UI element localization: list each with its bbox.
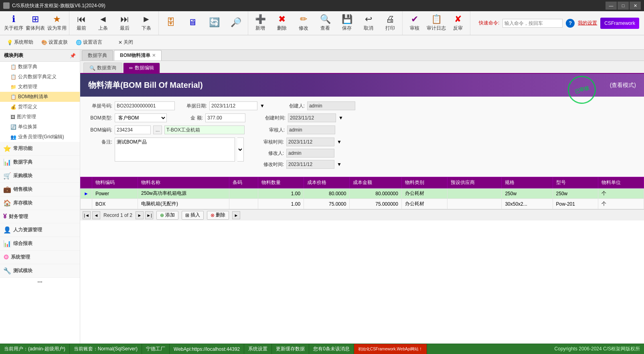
view-button[interactable]: 🔍 查看 xyxy=(315,13,336,34)
help-button[interactable]: ? xyxy=(566,19,575,28)
col-spec[interactable]: 规格 xyxy=(502,177,553,188)
window-mode-button[interactable]: ⊞ 窗体列表 xyxy=(25,13,46,34)
print-button[interactable]: 🖨 打印 xyxy=(380,13,401,34)
close-window-button[interactable]: ✕ 关闭 xyxy=(115,37,137,48)
col-model[interactable]: 型号 xyxy=(553,177,598,188)
close-button[interactable]: ✕ xyxy=(630,2,641,10)
bom-type-select[interactable]: 客户BOM xyxy=(115,113,167,122)
grid-prev-button[interactable]: ◄ xyxy=(92,211,100,219)
inner-tab-query[interactable]: 🔍 数据查询 xyxy=(83,63,122,73)
order-date-input[interactable] xyxy=(209,101,257,110)
bom-code-input[interactable] xyxy=(115,125,151,134)
server-icon-btn[interactable]: 🖥 xyxy=(182,13,203,34)
sidebar-item-public-dict[interactable]: 📋 公共数据字典定义 xyxy=(0,72,80,82)
grid-insert-button[interactable]: ⊞ 插入 xyxy=(182,211,204,220)
language-button[interactable]: 🌐 设置语言 xyxy=(72,37,106,48)
cell-material-code: BOX xyxy=(92,199,138,209)
sidebar-section-hr[interactable]: 👤 人力资源管理 xyxy=(0,223,80,237)
tab-data-dict[interactable]: 数据字典 xyxy=(82,50,113,61)
sidebar-section-reports[interactable]: 📊 综合报表 xyxy=(0,237,80,251)
grid-scroll-right-button[interactable]: ► xyxy=(232,211,240,219)
insert-icon: ⊞ xyxy=(185,212,189,218)
audit-button[interactable]: ✔ 审核 xyxy=(404,13,425,34)
col-material-code[interactable]: 物料编码 xyxy=(92,177,138,188)
data-sync-btn[interactable]: 🔄 xyxy=(204,13,225,34)
system-help-button[interactable]: 💡 系统帮助 xyxy=(3,37,37,48)
info-icon: ℹ xyxy=(12,15,15,24)
grid-next-button[interactable]: ► xyxy=(136,211,144,219)
first-record-button[interactable]: ⏮ 最前 xyxy=(71,13,92,34)
order-no-input[interactable] xyxy=(115,101,175,110)
status-schema: 当前账套：Normal(SqlServer) xyxy=(70,344,142,354)
sidebar-item-bom[interactable]: 📋 BOM物料清单 xyxy=(0,92,80,102)
grid-add-button[interactable]: ⊕ 添加 xyxy=(156,211,178,220)
sidebar-section-sales[interactable]: 💼 销售模块 xyxy=(0,183,80,196)
database-icon: 🗄 xyxy=(166,18,175,27)
sidebar-item-data-dict[interactable]: 📋 数据字典 xyxy=(0,62,80,72)
sidebar-section-dict[interactable]: 📊 数据字典 xyxy=(0,156,80,169)
next-record-button[interactable]: ► 下条 xyxy=(136,13,157,34)
inner-tab-edit[interactable]: ✏ 数据编辑 xyxy=(123,63,160,73)
cell-supplier xyxy=(448,199,502,209)
sidebar-item-employee[interactable]: 👥 业务员管理(Grid编辑) xyxy=(0,132,80,142)
bom-code-dots-button[interactable]: … xyxy=(153,125,162,134)
col-material-name[interactable]: 物料名称 xyxy=(138,177,229,188)
status-update-cache[interactable]: 更新缓存数据 xyxy=(272,344,309,354)
sidebar-section-system[interactable]: ⚙ 系统管理 xyxy=(0,251,80,264)
prev-record-button[interactable]: ◄ 上条 xyxy=(93,13,113,34)
search-zoom-btn[interactable]: 🔎 xyxy=(225,13,246,34)
col-unit-price[interactable]: 成本价格 xyxy=(304,177,350,188)
col-unit[interactable]: 物料单位 xyxy=(598,177,644,188)
grid-last-button[interactable]: ►| xyxy=(145,211,153,219)
date-dropdown-icon[interactable]: ▼ xyxy=(260,103,265,109)
col-barcode[interactable]: 条码 xyxy=(229,177,258,188)
remark-scrollbar[interactable] xyxy=(237,138,244,162)
edit-button[interactable]: ✏ 修改 xyxy=(293,13,314,34)
col-supplier[interactable]: 预设供应商 xyxy=(448,177,502,188)
cancel-button[interactable]: ↩ 取消 xyxy=(358,13,379,34)
logo-button[interactable]: CSFramework xyxy=(600,18,639,29)
settings-link[interactable]: 我的设置 xyxy=(578,20,597,26)
tab-close-icon[interactable]: ✕ xyxy=(152,53,156,58)
remark-textarea[interactable]: 测试BOM产品 xyxy=(115,138,235,162)
table-row[interactable]: ► Power 250w高功率机箱电源 1.00 80.0000 80.0000… xyxy=(81,188,644,199)
about-button[interactable]: ℹ 关于程序 xyxy=(3,13,24,34)
sidebar-section-test[interactable]: 🔧 测试模块 xyxy=(0,264,80,278)
add-button[interactable]: ➕ 新增 xyxy=(250,13,271,34)
sidebar-item-unit-convert[interactable]: 🔄 单位换算 xyxy=(0,122,80,132)
set-default-button[interactable]: ★ 设为常用 xyxy=(47,13,67,34)
last-record-button[interactable]: ⏭ 最后 xyxy=(114,13,135,34)
maximize-button[interactable]: □ xyxy=(618,2,629,10)
creator-label: 创建人: xyxy=(281,103,305,109)
grid-delete-button[interactable]: ⊗ 删除 xyxy=(207,211,229,220)
sidebar-item-doc-mgmt[interactable]: 📁 文档管理 xyxy=(0,82,80,92)
un-audit-button[interactable]: ✘ 反审 xyxy=(448,13,468,34)
save-button[interactable]: 💾 保存 xyxy=(336,13,357,34)
database-icon-btn[interactable]: 🗄 xyxy=(160,13,181,34)
sidebar-item-image-mgmt[interactable]: 🖼 图片管理 xyxy=(0,112,80,122)
grid-first-button[interactable]: |◄ xyxy=(83,211,91,219)
col-amount[interactable]: 成本金额 xyxy=(350,177,402,188)
cell-model: Pow-201 xyxy=(553,199,598,209)
sidebar-section-common[interactable]: ⭐ 常用功能 xyxy=(0,142,80,156)
amount-input[interactable] xyxy=(205,113,245,122)
minimize-button[interactable]: — xyxy=(606,2,617,10)
table-row[interactable]: BOX 电脑机箱(无配件) 1.00 75.0000 75.000000 办公耗… xyxy=(81,199,644,209)
audit-log-button[interactable]: 📋 审计日志 xyxy=(426,13,447,34)
sidebar-more[interactable]: ••• xyxy=(0,278,80,287)
skin-button[interactable]: 🎨 设置皮肤 xyxy=(38,37,71,48)
quick-cmd-input[interactable] xyxy=(502,19,563,28)
col-material-type[interactable]: 物料类别 xyxy=(401,177,447,188)
col-qty[interactable]: 物料数量 xyxy=(258,177,304,188)
status-user: 当前用户：(admin-超级用户) xyxy=(0,344,70,354)
sidebar-item-currency[interactable]: 💰 货币定义 xyxy=(0,102,80,112)
bom-name-input[interactable] xyxy=(164,125,245,134)
amount-label: 金 额: xyxy=(179,115,203,121)
sidebar-section-purchase[interactable]: 🛒 采购模块 xyxy=(0,169,80,183)
sidebar-section-inventory[interactable]: 🏠 库存模块 xyxy=(0,196,80,210)
delete-button[interactable]: ✖ 删除 xyxy=(271,13,292,34)
tab-bom[interactable]: BOM物料清单 ✕ xyxy=(114,50,162,61)
sidebar-section-finance[interactable]: ¥ 财务管理 xyxy=(0,210,80,223)
sidebar-pin-icon[interactable]: 📌 xyxy=(70,53,76,59)
status-system-settings[interactable]: 系统设置 xyxy=(244,344,272,354)
